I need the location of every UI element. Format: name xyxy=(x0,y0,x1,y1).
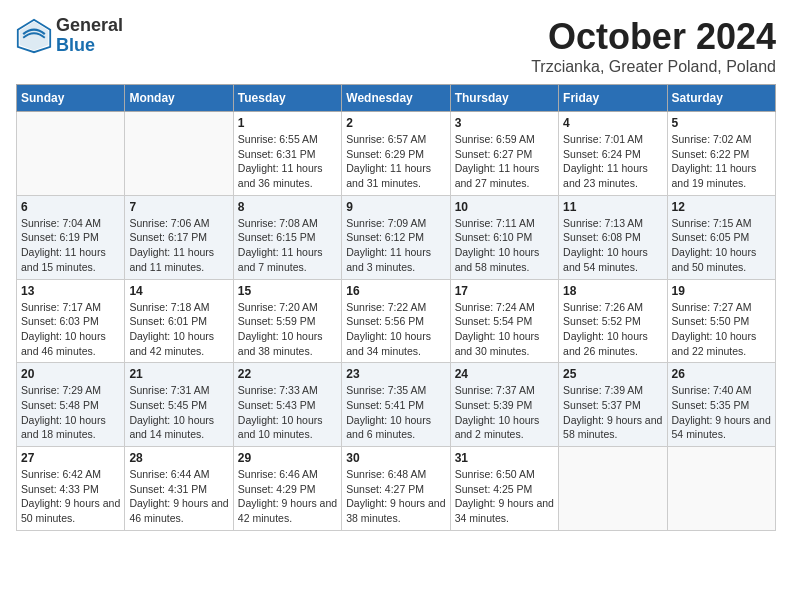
calendar-cell xyxy=(125,112,233,196)
day-number: 12 xyxy=(672,200,771,214)
day-number: 6 xyxy=(21,200,120,214)
day-number: 11 xyxy=(563,200,662,214)
day-number: 31 xyxy=(455,451,554,465)
day-detail: Sunrise: 7:35 AMSunset: 5:41 PMDaylight:… xyxy=(346,383,445,442)
day-header-friday: Friday xyxy=(559,85,667,112)
day-number: 25 xyxy=(563,367,662,381)
day-detail: Sunrise: 7:24 AMSunset: 5:54 PMDaylight:… xyxy=(455,300,554,359)
title-block: October 2024 Trzcianka, Greater Poland, … xyxy=(531,16,776,76)
day-number: 24 xyxy=(455,367,554,381)
day-number: 20 xyxy=(21,367,120,381)
day-detail: Sunrise: 6:50 AMSunset: 4:25 PMDaylight:… xyxy=(455,467,554,526)
day-number: 7 xyxy=(129,200,228,214)
day-number: 13 xyxy=(21,284,120,298)
calendar-cell: 24Sunrise: 7:37 AMSunset: 5:39 PMDayligh… xyxy=(450,363,558,447)
calendar-cell: 22Sunrise: 7:33 AMSunset: 5:43 PMDayligh… xyxy=(233,363,341,447)
calendar-cell xyxy=(667,447,775,531)
day-header-wednesday: Wednesday xyxy=(342,85,450,112)
day-detail: Sunrise: 7:15 AMSunset: 6:05 PMDaylight:… xyxy=(672,216,771,275)
day-detail: Sunrise: 6:55 AMSunset: 6:31 PMDaylight:… xyxy=(238,132,337,191)
day-header-saturday: Saturday xyxy=(667,85,775,112)
day-detail: Sunrise: 7:08 AMSunset: 6:15 PMDaylight:… xyxy=(238,216,337,275)
day-detail: Sunrise: 6:59 AMSunset: 6:27 PMDaylight:… xyxy=(455,132,554,191)
day-number: 15 xyxy=(238,284,337,298)
day-detail: Sunrise: 7:09 AMSunset: 6:12 PMDaylight:… xyxy=(346,216,445,275)
calendar-cell: 9Sunrise: 7:09 AMSunset: 6:12 PMDaylight… xyxy=(342,195,450,279)
day-number: 19 xyxy=(672,284,771,298)
day-detail: Sunrise: 6:48 AMSunset: 4:27 PMDaylight:… xyxy=(346,467,445,526)
day-detail: Sunrise: 7:11 AMSunset: 6:10 PMDaylight:… xyxy=(455,216,554,275)
day-number: 29 xyxy=(238,451,337,465)
day-number: 22 xyxy=(238,367,337,381)
calendar-week-row: 1Sunrise: 6:55 AMSunset: 6:31 PMDaylight… xyxy=(17,112,776,196)
calendar-week-row: 13Sunrise: 7:17 AMSunset: 6:03 PMDayligh… xyxy=(17,279,776,363)
day-detail: Sunrise: 7:39 AMSunset: 5:37 PMDaylight:… xyxy=(563,383,662,442)
logo-blue-text: Blue xyxy=(56,36,123,56)
day-detail: Sunrise: 7:27 AMSunset: 5:50 PMDaylight:… xyxy=(672,300,771,359)
day-number: 27 xyxy=(21,451,120,465)
calendar-week-row: 20Sunrise: 7:29 AMSunset: 5:48 PMDayligh… xyxy=(17,363,776,447)
calendar-cell: 7Sunrise: 7:06 AMSunset: 6:17 PMDaylight… xyxy=(125,195,233,279)
day-number: 23 xyxy=(346,367,445,381)
day-number: 17 xyxy=(455,284,554,298)
logo: General Blue xyxy=(16,16,123,56)
calendar-cell: 17Sunrise: 7:24 AMSunset: 5:54 PMDayligh… xyxy=(450,279,558,363)
calendar-cell: 11Sunrise: 7:13 AMSunset: 6:08 PMDayligh… xyxy=(559,195,667,279)
calendar-cell: 13Sunrise: 7:17 AMSunset: 6:03 PMDayligh… xyxy=(17,279,125,363)
day-detail: Sunrise: 7:31 AMSunset: 5:45 PMDaylight:… xyxy=(129,383,228,442)
page-header: General Blue October 2024 Trzcianka, Gre… xyxy=(16,16,776,76)
logo-text: General Blue xyxy=(56,16,123,56)
calendar-cell: 8Sunrise: 7:08 AMSunset: 6:15 PMDaylight… xyxy=(233,195,341,279)
day-detail: Sunrise: 6:46 AMSunset: 4:29 PMDaylight:… xyxy=(238,467,337,526)
calendar-cell: 31Sunrise: 6:50 AMSunset: 4:25 PMDayligh… xyxy=(450,447,558,531)
day-number: 21 xyxy=(129,367,228,381)
calendar-cell: 27Sunrise: 6:42 AMSunset: 4:33 PMDayligh… xyxy=(17,447,125,531)
day-detail: Sunrise: 7:01 AMSunset: 6:24 PMDaylight:… xyxy=(563,132,662,191)
day-detail: Sunrise: 6:57 AMSunset: 6:29 PMDaylight:… xyxy=(346,132,445,191)
calendar-cell: 25Sunrise: 7:39 AMSunset: 5:37 PMDayligh… xyxy=(559,363,667,447)
calendar-cell: 21Sunrise: 7:31 AMSunset: 5:45 PMDayligh… xyxy=(125,363,233,447)
calendar-cell: 26Sunrise: 7:40 AMSunset: 5:35 PMDayligh… xyxy=(667,363,775,447)
month-title: October 2024 xyxy=(531,16,776,58)
day-header-thursday: Thursday xyxy=(450,85,558,112)
calendar-cell: 23Sunrise: 7:35 AMSunset: 5:41 PMDayligh… xyxy=(342,363,450,447)
day-number: 26 xyxy=(672,367,771,381)
day-number: 3 xyxy=(455,116,554,130)
calendar-cell xyxy=(17,112,125,196)
location: Trzcianka, Greater Poland, Poland xyxy=(531,58,776,76)
calendar-cell: 2Sunrise: 6:57 AMSunset: 6:29 PMDaylight… xyxy=(342,112,450,196)
day-detail: Sunrise: 7:02 AMSunset: 6:22 PMDaylight:… xyxy=(672,132,771,191)
calendar-cell: 19Sunrise: 7:27 AMSunset: 5:50 PMDayligh… xyxy=(667,279,775,363)
day-detail: Sunrise: 7:18 AMSunset: 6:01 PMDaylight:… xyxy=(129,300,228,359)
calendar-cell: 3Sunrise: 6:59 AMSunset: 6:27 PMDaylight… xyxy=(450,112,558,196)
calendar-cell: 29Sunrise: 6:46 AMSunset: 4:29 PMDayligh… xyxy=(233,447,341,531)
day-number: 2 xyxy=(346,116,445,130)
calendar-cell: 4Sunrise: 7:01 AMSunset: 6:24 PMDaylight… xyxy=(559,112,667,196)
logo-icon xyxy=(16,18,52,54)
day-detail: Sunrise: 6:44 AMSunset: 4:31 PMDaylight:… xyxy=(129,467,228,526)
day-number: 14 xyxy=(129,284,228,298)
day-detail: Sunrise: 7:17 AMSunset: 6:03 PMDaylight:… xyxy=(21,300,120,359)
calendar-cell: 6Sunrise: 7:04 AMSunset: 6:19 PMDaylight… xyxy=(17,195,125,279)
day-header-monday: Monday xyxy=(125,85,233,112)
calendar-cell: 12Sunrise: 7:15 AMSunset: 6:05 PMDayligh… xyxy=(667,195,775,279)
day-detail: Sunrise: 6:42 AMSunset: 4:33 PMDaylight:… xyxy=(21,467,120,526)
calendar-cell: 15Sunrise: 7:20 AMSunset: 5:59 PMDayligh… xyxy=(233,279,341,363)
calendar-cell xyxy=(559,447,667,531)
day-detail: Sunrise: 7:29 AMSunset: 5:48 PMDaylight:… xyxy=(21,383,120,442)
calendar-header-row: SundayMondayTuesdayWednesdayThursdayFrid… xyxy=(17,85,776,112)
calendar-cell: 20Sunrise: 7:29 AMSunset: 5:48 PMDayligh… xyxy=(17,363,125,447)
day-number: 8 xyxy=(238,200,337,214)
day-number: 16 xyxy=(346,284,445,298)
day-detail: Sunrise: 7:37 AMSunset: 5:39 PMDaylight:… xyxy=(455,383,554,442)
calendar-cell: 30Sunrise: 6:48 AMSunset: 4:27 PMDayligh… xyxy=(342,447,450,531)
day-number: 1 xyxy=(238,116,337,130)
day-detail: Sunrise: 7:06 AMSunset: 6:17 PMDaylight:… xyxy=(129,216,228,275)
calendar-week-row: 6Sunrise: 7:04 AMSunset: 6:19 PMDaylight… xyxy=(17,195,776,279)
day-number: 28 xyxy=(129,451,228,465)
calendar-week-row: 27Sunrise: 6:42 AMSunset: 4:33 PMDayligh… xyxy=(17,447,776,531)
calendar-cell: 10Sunrise: 7:11 AMSunset: 6:10 PMDayligh… xyxy=(450,195,558,279)
day-detail: Sunrise: 7:26 AMSunset: 5:52 PMDaylight:… xyxy=(563,300,662,359)
day-number: 10 xyxy=(455,200,554,214)
day-detail: Sunrise: 7:40 AMSunset: 5:35 PMDaylight:… xyxy=(672,383,771,442)
